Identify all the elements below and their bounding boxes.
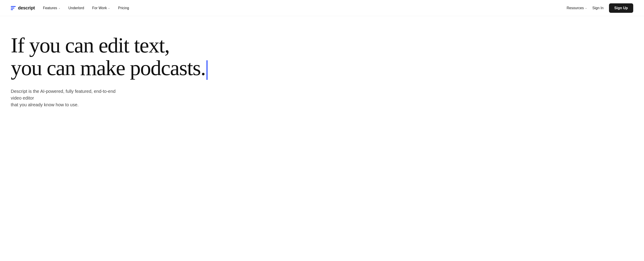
text-cursor xyxy=(206,60,208,80)
hero-section: If you can edit text, you can make podca… xyxy=(0,16,314,122)
nav-item-for-work-label: For Work xyxy=(92,6,107,10)
sign-up-button[interactable]: Sign Up xyxy=(609,3,633,13)
hero-headline-line2: you can make podcasts. xyxy=(11,56,206,80)
chevron-down-icon-3: ⌄ xyxy=(585,6,587,9)
nav-item-for-work[interactable]: For Work ⌄ xyxy=(92,6,110,10)
nav-item-resources[interactable]: Resources ⌄ xyxy=(566,6,587,10)
nav-left: descript Features ⌄ Underlord For Work ⌄… xyxy=(11,5,129,10)
logo-bar-3 xyxy=(11,9,13,10)
nav-item-underlord[interactable]: Underlord xyxy=(68,6,84,10)
navigation: descript Features ⌄ Underlord For Work ⌄… xyxy=(0,0,644,16)
logo-icon xyxy=(11,6,16,10)
nav-right: Resources ⌄ Sign In Sign Up xyxy=(566,3,633,13)
hero-headline: If you can edit text, you can make podca… xyxy=(11,34,304,80)
chevron-down-icon-2: ⌄ xyxy=(108,6,110,9)
hero-subtext: Descript is the AI-powered, fully featur… xyxy=(11,88,123,108)
hero-headline-line1: If you can edit text, xyxy=(11,33,170,57)
nav-item-features-label: Features xyxy=(43,6,57,10)
logo-bar-1 xyxy=(11,6,16,7)
nav-item-resources-label: Resources xyxy=(566,6,584,10)
nav-item-underlord-label: Underlord xyxy=(68,6,84,10)
nav-item-pricing-label: Pricing xyxy=(118,6,129,10)
hero-subtext-line2: that you already know how to use. xyxy=(11,102,78,107)
hero-subtext-line1: Descript is the AI-powered, fully featur… xyxy=(11,89,116,100)
sign-in-link[interactable]: Sign In xyxy=(592,6,604,10)
logo-bar-2 xyxy=(11,8,14,8)
chevron-down-icon: ⌄ xyxy=(58,6,60,9)
logo[interactable]: descript xyxy=(11,5,35,10)
nav-item-features[interactable]: Features ⌄ xyxy=(43,6,60,10)
nav-item-pricing[interactable]: Pricing xyxy=(118,6,129,10)
logo-text: descript xyxy=(18,5,35,10)
